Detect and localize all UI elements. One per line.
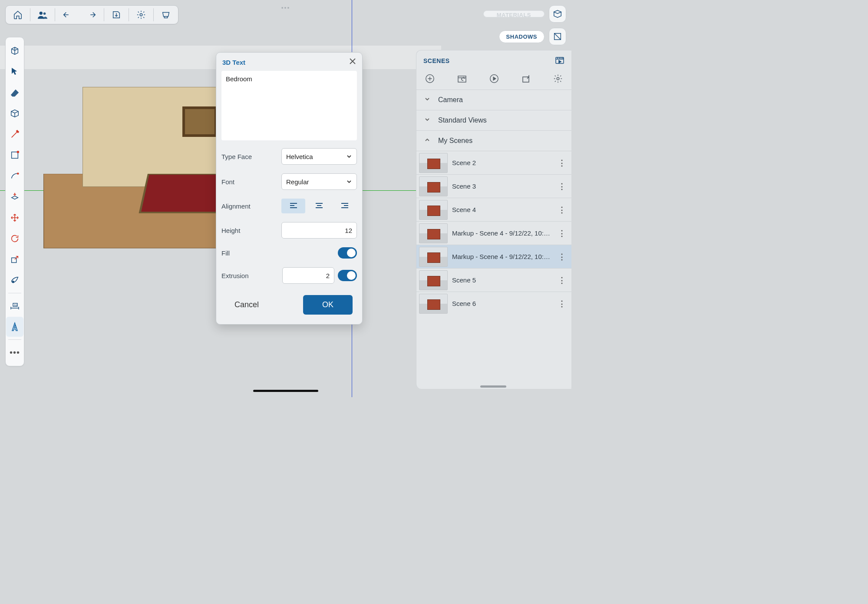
scene-settings-button[interactable] [551, 72, 564, 85]
3d-text-dialog: 3D Text Bedroom Type Face Helvetica Font… [216, 52, 363, 325]
align-left-button[interactable] [281, 199, 305, 213]
scene-more-icon[interactable]: ⋮ [555, 275, 568, 285]
scene-label: Markup - Scene 4 - 9/12/22, 10:27 AM [452, 229, 551, 237]
scene-list: Scene 2⋮Scene 3⋮Scene 4⋮Markup - Scene 4… [416, 151, 571, 315]
extrusion-input[interactable]: 2 [282, 267, 334, 284]
extrusion-toggle[interactable] [338, 270, 357, 281]
scene-row[interactable]: Markup - Scene 4 - 9/12/22, 10:35 AM⋮ [416, 245, 571, 268]
cancel-button[interactable]: Cancel [226, 296, 267, 314]
add-scene-button[interactable] [423, 72, 436, 85]
arc-tool[interactable] [6, 166, 23, 186]
svg-rect-3 [12, 152, 18, 159]
export-scene-button[interactable] [519, 72, 532, 85]
pushpull-tool[interactable] [6, 187, 23, 207]
accordion-standard-views[interactable]: Standard Views [416, 110, 571, 130]
redo-button[interactable] [79, 6, 104, 24]
font-label: Font [221, 178, 234, 186]
text-input[interactable]: Bedroom [221, 71, 357, 140]
scene-row[interactable]: Scene 5⋮ [416, 268, 571, 292]
svg-point-4 [17, 151, 20, 153]
typeface-label: Type Face [221, 153, 252, 160]
rotate-tool[interactable] [6, 229, 23, 249]
panel-resize-handle[interactable] [480, 385, 506, 388]
undo-button[interactable] [55, 6, 79, 24]
ok-button[interactable]: OK [303, 295, 353, 315]
more-tools[interactable]: ••• [6, 342, 23, 362]
scene-row[interactable]: Scene 6⋮ [416, 292, 571, 315]
scene-more-icon[interactable]: ⋮ [555, 252, 568, 262]
scene-thumbnail [419, 223, 448, 243]
extrusion-label: Extrusion [221, 272, 249, 279]
scenes-title: SCENES [423, 57, 450, 64]
import-button[interactable] [104, 6, 129, 24]
typeface-select[interactable]: Helvetica [281, 148, 357, 165]
move-tool[interactable] [6, 208, 23, 228]
chevron-down-icon [346, 153, 352, 159]
scene-more-icon[interactable]: ⋮ [555, 158, 568, 168]
chevron-down-icon [346, 179, 352, 185]
scene-more-icon[interactable]: ⋮ [555, 299, 568, 309]
fill-label: Fill [221, 249, 230, 257]
home-indicator [253, 390, 318, 392]
accordion-camera[interactable]: Camera [416, 90, 571, 110]
scenes-animation-icon[interactable] [555, 56, 564, 66]
height-input[interactable]: 12 [281, 222, 357, 239]
play-scene-button[interactable] [488, 72, 501, 85]
scene-thumbnail [419, 247, 448, 267]
update-scene-button[interactable] [455, 72, 469, 85]
settings-button[interactable] [129, 6, 153, 24]
dimension-tool[interactable]: A1 [6, 296, 23, 316]
scene-label: Scene 6 [452, 300, 551, 307]
fill-toggle[interactable] [338, 247, 357, 259]
print-button[interactable] [154, 6, 178, 24]
collaborators-button[interactable] [30, 6, 55, 24]
scene-thumbnail [419, 200, 448, 220]
scale-tool[interactable] [6, 249, 23, 269]
close-icon[interactable] [349, 58, 356, 66]
accordion-my-scenes[interactable]: My Scenes [416, 130, 571, 151]
scene-row[interactable]: Scene 3⋮ [416, 174, 571, 198]
line-tool[interactable] [6, 124, 23, 144]
rectangle-tool[interactable] [6, 103, 23, 123]
scene-row[interactable]: Markup - Scene 4 - 9/12/22, 10:27 AM⋮ [416, 221, 571, 245]
scene-thumbnail [419, 153, 448, 173]
svg-text:A1: A1 [14, 304, 17, 306]
svg-point-0 [40, 12, 43, 15]
tool-rail: A1 ••• [5, 37, 24, 366]
select-tool[interactable] [6, 62, 23, 82]
top-toolbar [5, 5, 178, 24]
shadows-pill[interactable]: SHADOWS [499, 30, 545, 43]
align-right-button[interactable] [333, 199, 357, 213]
scene-label: Scene 3 [452, 183, 551, 190]
svg-rect-12 [458, 76, 466, 82]
orbit-tool[interactable] [6, 41, 23, 61]
svg-point-15 [557, 77, 559, 80]
scene-more-icon[interactable]: ⋮ [555, 182, 568, 191]
home-button[interactable] [6, 6, 30, 24]
window-grabber[interactable]: ••• [281, 4, 290, 11]
paint-tool[interactable] [6, 270, 23, 290]
svg-point-1 [43, 13, 46, 15]
scene-more-icon[interactable]: ⋮ [555, 229, 568, 238]
align-center-button[interactable] [307, 199, 331, 213]
svg-point-2 [140, 13, 142, 16]
svg-point-7 [13, 281, 14, 283]
scene-row[interactable]: Scene 2⋮ [416, 151, 571, 174]
materials-pill[interactable]: MATERIALS [483, 10, 545, 17]
eraser-tool[interactable] [6, 83, 23, 103]
scene-label: Scene 5 [452, 276, 551, 284]
scene-label: Markup - Scene 4 - 9/12/22, 10:35 AM [452, 253, 551, 260]
3d-text-tool[interactable] [6, 317, 23, 337]
scene-label: Scene 4 [452, 206, 551, 213]
height-label: Height [221, 227, 240, 234]
scene-thumbnail [419, 294, 448, 314]
materials-panel-button[interactable] [549, 5, 566, 23]
font-select[interactable]: Regular [281, 173, 357, 190]
shapes-tool[interactable] [6, 145, 23, 165]
scene-more-icon[interactable]: ⋮ [555, 205, 568, 215]
scene-label: Scene 2 [452, 159, 551, 166]
shadows-panel-button[interactable] [549, 28, 566, 45]
scene-thumbnail [419, 270, 448, 290]
scenes-panel: SCENES Camera Standard Views My Scenes S… [416, 50, 571, 389]
scene-row[interactable]: Scene 4⋮ [416, 198, 571, 221]
